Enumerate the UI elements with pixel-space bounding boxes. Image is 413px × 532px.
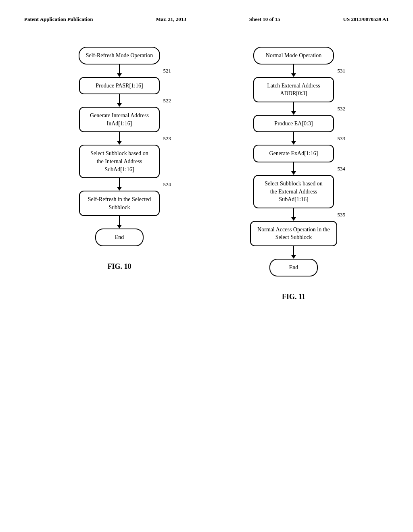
- connector: [117, 178, 122, 191]
- step-num-531: 531: [338, 68, 346, 74]
- fig10-box-523: Select Subblock based on the Internal Ad…: [79, 145, 160, 178]
- arrow-end11: [225, 246, 362, 259]
- fig10-start-box: Self-Refresh Mode Operation: [79, 47, 160, 64]
- arrowhead: [291, 217, 296, 221]
- arrow-line: [293, 246, 294, 255]
- page: Patent Application Publication Mar. 21, …: [0, 0, 413, 532]
- arrow-line: [119, 64, 120, 73]
- connector: [291, 208, 296, 221]
- page-header: Patent Application Publication Mar. 21, …: [24, 16, 389, 23]
- fig10-box-521: Produce PASR[1:16]: [79, 77, 160, 95]
- header-patent: US 2013/0070539 A1: [343, 16, 389, 23]
- arrow-line: [119, 216, 120, 225]
- connector: [291, 162, 296, 175]
- arrowhead: [117, 225, 122, 229]
- header-date: Mar. 21, 2013: [156, 16, 186, 23]
- arrow-522: 522: [51, 94, 188, 107]
- arrow-line: [119, 132, 120, 141]
- connector: [291, 246, 296, 259]
- step-num-535: 535: [338, 212, 346, 218]
- header-sheet: Sheet 10 of 15: [249, 16, 280, 23]
- arrow-line: [119, 94, 120, 103]
- fig10-flowchart: Self-Refresh Mode Operation 521 Produce …: [51, 47, 188, 271]
- fig11-end-box: End: [269, 259, 318, 276]
- fig10-label: FIG. 10: [107, 262, 131, 271]
- connector: [291, 64, 296, 77]
- connector: [291, 132, 296, 145]
- diagrams-container: Self-Refresh Mode Operation 521 Produce …: [24, 47, 389, 301]
- step-num-534: 534: [338, 166, 346, 172]
- connector: [291, 102, 296, 115]
- arrow-521: 521: [51, 64, 188, 77]
- arrowhead: [117, 103, 122, 107]
- fig11-box-533: Generate ExAd[1:16]: [253, 145, 334, 162]
- arrowhead: [291, 171, 296, 175]
- fig11-box-531: Latch External Address ADDR[0:3]: [253, 77, 334, 102]
- fig10-box-522: Generate Internal Address InAd[1:16]: [79, 107, 160, 132]
- fig11-box-534: Select Subblock based on the External Ad…: [253, 175, 334, 208]
- arrow-line: [293, 64, 294, 73]
- fig11-label: FIG. 11: [282, 293, 305, 301]
- connector: [117, 132, 122, 145]
- arrow-end10: [51, 216, 188, 229]
- step-num-533: 533: [338, 135, 346, 142]
- fig10-box-524: Self-Refresh in the Selected Subblock: [79, 191, 160, 216]
- arrow-line: [293, 208, 294, 217]
- fig11-start-box: Normal Mode Operation: [253, 47, 334, 64]
- arrow-524: 524: [51, 178, 188, 191]
- header-publication: Patent Application Publication: [24, 16, 93, 23]
- arrow-534: 534: [225, 162, 362, 175]
- fig11-box-532: Produce EA[0:3]: [253, 115, 334, 133]
- arrow-line: [119, 178, 120, 187]
- arrow-line: [293, 132, 294, 141]
- arrow-line: [293, 102, 294, 111]
- arrowhead: [117, 73, 122, 77]
- fig11-box-535: Normal Access Operation in the Select Su…: [250, 221, 337, 246]
- arrowhead: [291, 111, 296, 115]
- step-num-521: 521: [163, 68, 171, 74]
- arrowhead: [117, 187, 122, 191]
- arrow-532: 532: [225, 102, 362, 115]
- connector: [117, 64, 122, 77]
- arrow-531: 531: [225, 64, 362, 77]
- arrowhead: [291, 141, 296, 145]
- fig10-end-box: End: [95, 229, 144, 246]
- arrowhead: [291, 73, 296, 77]
- arrow-533: 533: [225, 132, 362, 145]
- arrow-line: [293, 162, 294, 171]
- fig11-flowchart: Normal Mode Operation 531 Latch External…: [225, 47, 362, 301]
- connector: [117, 216, 122, 229]
- step-num-524: 524: [163, 181, 171, 188]
- arrow-535: 535: [225, 208, 362, 221]
- arrowhead: [117, 141, 122, 145]
- arrow-523: 523: [51, 132, 188, 145]
- step-num-523: 523: [163, 135, 171, 142]
- connector: [117, 94, 122, 107]
- arrowhead: [291, 255, 296, 259]
- step-num-532: 532: [338, 106, 346, 112]
- step-num-522: 522: [163, 98, 171, 104]
